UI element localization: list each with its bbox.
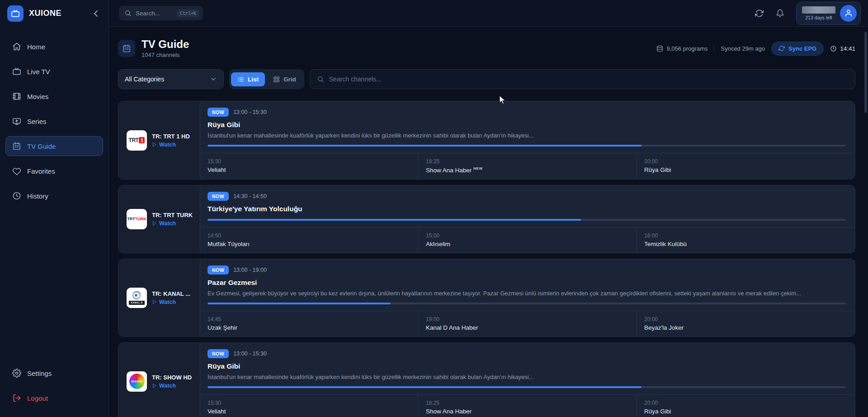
- grid-view-label: Grid: [283, 76, 296, 83]
- progress-fill: [208, 303, 391, 304]
- sidebar-item-live-tv[interactable]: Live TV: [5, 62, 103, 81]
- channel-info[interactable]: SHOW TR: SHOW HD Watch: [118, 343, 200, 417]
- tv-guide-icon: [12, 142, 21, 151]
- upcoming-program[interactable]: 15:30Veliaht: [200, 395, 418, 417]
- trt1-logo: TRT1: [129, 137, 145, 143]
- now-playing-program[interactable]: NOW 13:00 - 15:30 Rüya Gibi İstanbul'un …: [200, 343, 855, 394]
- subscription-days-left: 213 days left: [805, 15, 832, 20]
- channel-list: TRT1 TR: TRT 1 HD Watch NOW 13:00 - 15:3…: [118, 101, 855, 417]
- now-time-range: 13:00 - 19:00: [233, 267, 267, 273]
- watch-label: Watch: [159, 142, 176, 148]
- sidebar-item-label: Movies: [27, 93, 49, 100]
- upcoming-title: Rüya Gibi: [644, 408, 848, 415]
- progress-bar: [208, 303, 846, 304]
- play-icon: [152, 299, 157, 304]
- sidebar-item-label: TV Guide: [27, 142, 56, 150]
- sidebar-item-label: History: [27, 192, 48, 200]
- progress-fill: [208, 145, 642, 147]
- header-meta: 9,056 programs Synced 29m ago Sync EPG 1…: [656, 42, 855, 56]
- sidebar-item-tv-guide[interactable]: TV Guide: [5, 136, 103, 156]
- history-icon: [12, 191, 21, 200]
- now-time-range: 13:00 - 15:30: [233, 109, 267, 115]
- channel-logo: SHOW: [127, 371, 147, 392]
- upcoming-program[interactable]: 20:00Rüya Gibi: [637, 153, 855, 179]
- brand-logo: [7, 5, 24, 22]
- upcoming-title: Kanal D Ana Haber: [426, 324, 629, 331]
- sidebar-item-home[interactable]: Home: [5, 37, 103, 57]
- sidebar-nav: Home Live TV Movies Series TV Guide Favo…: [0, 27, 108, 363]
- show-tv-logo: SHOW: [129, 374, 145, 389]
- program-title: Pazar Gezmesi: [208, 279, 846, 287]
- program-title: Türkiye'ye Yatırım Yolculuğu: [208, 205, 846, 213]
- upcoming-program[interactable]: 19:00Kanal D Ana Haber: [418, 311, 637, 336]
- sidebar-item-logout[interactable]: Logout: [5, 388, 103, 408]
- notifications-button[interactable]: [772, 5, 788, 21]
- sidebar-item-history[interactable]: History: [5, 186, 103, 206]
- upcoming-title: Veliaht: [208, 166, 411, 173]
- channel-info[interactable]: TRTTÜRK TR: TRT TURK Watch: [118, 185, 200, 253]
- now-playing-program[interactable]: NOW 14:30 - 14:50 Türkiye'ye Yatırım Yol…: [200, 185, 855, 227]
- upcoming-time: 14:50: [208, 232, 411, 239]
- watch-link[interactable]: Watch: [152, 299, 190, 305]
- watch-link[interactable]: Watch: [152, 383, 192, 389]
- sidebar: XUIONE Home Live TV Movies Series TV Gui…: [0, 0, 109, 417]
- channel-name: TR: KANAL ...: [152, 290, 190, 297]
- page-header: TV Guide 1047 channels 9,056 programs Sy…: [118, 38, 855, 58]
- topbar: Search... Ctrl+K 213 days left: [109, 0, 868, 27]
- upcoming-program[interactable]: 20:00Beyaz'la Joker: [637, 311, 855, 336]
- sidebar-item-series[interactable]: Series: [5, 111, 103, 131]
- upcoming-program[interactable]: 15:00Aklıselim: [418, 227, 637, 253]
- live-tv-icon: [12, 67, 21, 76]
- user-account-card[interactable]: 213 days left: [796, 2, 861, 25]
- chevron-down-icon: [210, 76, 217, 83]
- channel-row: TRT1 TR: TRT 1 HD Watch NOW 13:00 - 15:3…: [118, 101, 855, 180]
- upcoming-program[interactable]: 20:00Rüya Gibi: [637, 395, 855, 417]
- sidebar-collapse-button[interactable]: [90, 8, 101, 19]
- play-icon: [152, 142, 157, 147]
- sidebar-item-favorites[interactable]: Favorites: [5, 161, 103, 181]
- sidebar-item-movies[interactable]: Movies: [5, 86, 103, 106]
- program-title: Rüya Gibi: [208, 121, 846, 129]
- grid-view-button[interactable]: Grid: [267, 72, 302, 86]
- channel-info[interactable]: KANAL D TR: KANAL ... Watch: [118, 259, 200, 336]
- upcoming-program[interactable]: 16:00Temizlik Kulübü: [637, 227, 855, 253]
- avatar[interactable]: [840, 5, 857, 22]
- upcoming-program[interactable]: 15:30Veliaht: [200, 153, 418, 179]
- upcoming-program[interactable]: 18:25Show Ana HaberNEW: [418, 153, 637, 179]
- upcoming-program[interactable]: 14:50Mutfak Tüyoları: [200, 227, 418, 253]
- upcoming-time: 15:30: [208, 158, 411, 165]
- upcoming-time: 16:00: [644, 232, 848, 239]
- channel-search-input[interactable]: Search channels...: [310, 69, 855, 89]
- channel-row: KANAL D TR: KANAL ... Watch NOW 13:00 - …: [118, 259, 855, 337]
- sidebar-item-label: Series: [27, 118, 47, 125]
- progress-bar: [208, 219, 846, 221]
- calendar-icon: [122, 44, 131, 53]
- watch-link[interactable]: Watch: [152, 142, 190, 148]
- search-icon: [124, 9, 132, 17]
- channel-info[interactable]: TRT1 TR: TRT 1 HD Watch: [118, 101, 200, 179]
- channel-row: SHOW TR: SHOW HD Watch NOW 13:00 - 15:30…: [118, 342, 855, 417]
- play-icon: [152, 221, 157, 226]
- now-playing-program[interactable]: NOW 13:00 - 19:00 Pazar Gezmesi Ev Gezme…: [200, 259, 855, 311]
- watch-link[interactable]: Watch: [152, 220, 193, 227]
- programs-count: 9,056 programs: [656, 45, 708, 52]
- refresh-button[interactable]: [751, 5, 767, 21]
- upcoming-time: 20:00: [644, 158, 848, 165]
- upcoming-title: Beyaz'la Joker: [644, 324, 848, 331]
- calendar-icon-box: [118, 40, 135, 57]
- category-dropdown[interactable]: All Categories: [118, 69, 224, 89]
- scrollbar-thumb[interactable]: [864, 32, 867, 113]
- upcoming-program[interactable]: 14:45Uzak Şehir: [200, 311, 418, 336]
- sync-epg-button[interactable]: Sync EPG: [771, 42, 824, 56]
- channel-logo: TRTTÜRK: [127, 209, 147, 229]
- watch-label: Watch: [159, 220, 176, 227]
- channel-name: TR: TRT TURK: [152, 212, 193, 218]
- program-description: İstanbul'un kenar mahallesinde kuaförlük…: [208, 374, 846, 380]
- current-time: 14:41: [830, 45, 855, 52]
- channel-name: TR: SHOW HD: [152, 374, 192, 381]
- now-playing-program[interactable]: NOW 13:00 - 15:30 Rüya Gibi İstanbul'un …: [200, 101, 855, 153]
- global-search-input[interactable]: Search... Ctrl+K: [119, 6, 203, 20]
- sidebar-item-settings[interactable]: Settings: [5, 363, 103, 383]
- upcoming-program[interactable]: 18:25Show Ana Haber: [418, 395, 637, 417]
- list-view-button[interactable]: List: [231, 72, 265, 86]
